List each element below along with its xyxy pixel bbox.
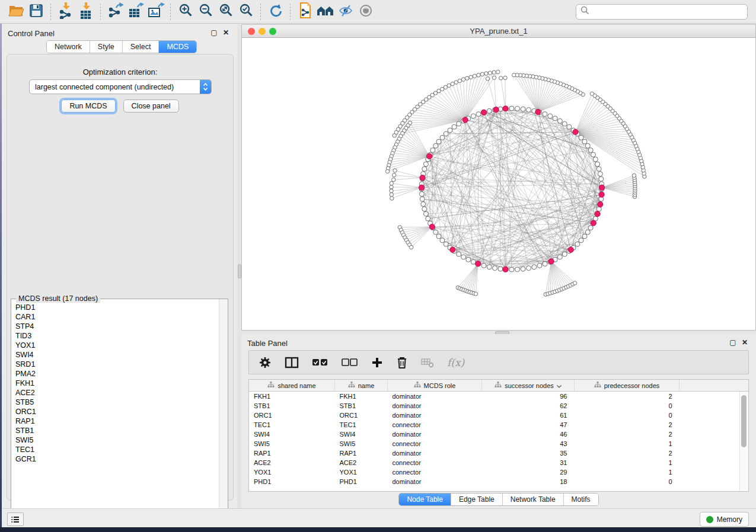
- close-panel-icon[interactable]: ✕: [741, 338, 749, 347]
- mcds-result-item[interactable]: FKH1: [12, 379, 219, 388]
- mcds-result-item[interactable]: RAP1: [12, 416, 219, 426]
- column-header-name[interactable]: name: [335, 380, 388, 392]
- mcds-hub-node[interactable]: [503, 106, 508, 111]
- table-header[interactable]: shared namenameMCDS rolesuccessor nodesp…: [249, 380, 749, 392]
- table-row[interactable]: FKH1FKH1dominator962: [249, 392, 749, 402]
- mcds-result-item[interactable]: PMA2: [12, 369, 219, 379]
- mcds-hub-node[interactable]: [598, 201, 603, 207]
- mcds-hub-node[interactable]: [429, 224, 435, 229]
- mcds-result-item[interactable]: PHD1: [12, 303, 219, 312]
- mcds-hub-node[interactable]: [573, 129, 578, 134]
- mcds-result-item[interactable]: GCR1: [12, 454, 219, 464]
- tab-style[interactable]: Style: [90, 41, 123, 53]
- select-all-icon[interactable]: [312, 358, 328, 367]
- tab-motifs[interactable]: Motifs: [564, 493, 598, 505]
- refresh-view-button[interactable]: [266, 2, 286, 21]
- tab-network[interactable]: Network: [47, 41, 90, 53]
- float-panel-icon[interactable]: ▢: [210, 28, 218, 37]
- zoom-out-button[interactable]: [196, 2, 216, 21]
- table-scrollbar[interactable]: [739, 392, 748, 491]
- network-window-titlebar[interactable]: YPA_prune.txt_1: [242, 25, 755, 38]
- hide-graphics-details-button[interactable]: [336, 2, 356, 21]
- mcds-result-scrollbar[interactable]: [219, 299, 228, 520]
- mcds-hub-node[interactable]: [476, 261, 481, 267]
- mcds-hub-node[interactable]: [420, 175, 425, 181]
- mcds-result-item[interactable]: TID3: [12, 331, 219, 341]
- create-column-plus-icon[interactable]: [371, 357, 383, 368]
- column-header-successor-nodes[interactable]: successor nodes: [482, 380, 575, 392]
- mcds-result-item[interactable]: STB5: [12, 398, 219, 407]
- tab-mcds[interactable]: MCDS: [159, 41, 196, 53]
- zoom-selected-button[interactable]: [236, 2, 256, 21]
- show-log-console-button[interactable]: [7, 512, 24, 526]
- network-canvas[interactable]: [242, 38, 755, 330]
- table-row[interactable]: TEC1TEC1connector472: [249, 420, 749, 430]
- mcds-hub-node[interactable]: [481, 110, 486, 115]
- new-network-from-selection-button[interactable]: [295, 2, 315, 21]
- import-network-button[interactable]: [56, 2, 76, 21]
- show-graphics-details-button[interactable]: [356, 2, 376, 21]
- run-mcds-button[interactable]: Run MCDS: [61, 100, 115, 113]
- column-header-MCDS-role[interactable]: MCDS role: [388, 380, 482, 392]
- table-row[interactable]: ACE2ACE2connector311: [249, 458, 749, 467]
- mcds-result-item[interactable]: TEC1: [12, 445, 219, 454]
- column-header-shared-name[interactable]: shared name: [249, 380, 335, 392]
- open-session-button[interactable]: [6, 2, 26, 21]
- search-box[interactable]: [576, 4, 748, 20]
- float-panel-icon[interactable]: ▢: [729, 338, 737, 347]
- mcds-result-item[interactable]: SWI5: [12, 435, 219, 445]
- mcds-hub-node[interactable]: [599, 192, 604, 197]
- zoom-fit-button[interactable]: [216, 2, 236, 21]
- mcds-result-item[interactable]: SWI4: [12, 350, 219, 360]
- criterion-dropdown[interactable]: largest connected component (undirected): [29, 79, 212, 94]
- search-input[interactable]: [592, 6, 747, 18]
- memory-button[interactable]: Memory: [700, 512, 749, 527]
- mcds-hub-node[interactable]: [535, 109, 541, 114]
- table-row[interactable]: ORC1ORC1dominator610: [249, 411, 749, 420]
- first-neighbors-button[interactable]: [315, 2, 336, 21]
- mcds-hub-node[interactable]: [419, 185, 424, 190]
- mcds-hub-node[interactable]: [503, 267, 508, 272]
- table-row[interactable]: PHD1PHD1dominator180: [249, 477, 749, 486]
- mcds-hub-node[interactable]: [493, 107, 499, 113]
- table-row[interactable]: SWI4SWI4dominator462: [249, 430, 749, 439]
- mcds-result-item[interactable]: SRD1: [12, 360, 219, 369]
- close-panel-icon[interactable]: ✕: [222, 28, 230, 37]
- tab-network-table[interactable]: Network Table: [503, 493, 564, 505]
- mcds-result-item[interactable]: YOX1: [12, 341, 219, 350]
- import-table-button[interactable]: [76, 2, 96, 21]
- mcds-hub-node[interactable]: [595, 211, 600, 216]
- scrollbar-thumb[interactable]: [741, 395, 747, 447]
- zoom-in-button[interactable]: [176, 2, 196, 21]
- column-header-predecessor-nodes[interactable]: predecessor nodes: [575, 380, 680, 392]
- delete-trash-icon[interactable]: [396, 356, 408, 369]
- mcds-hub-node[interactable]: [548, 259, 554, 264]
- tab-node-table[interactable]: Node Table: [399, 493, 451, 505]
- mcds-hub-node[interactable]: [427, 153, 432, 159]
- mcds-result-item[interactable]: ORC1: [12, 407, 219, 416]
- export-table-button[interactable]: [126, 2, 146, 21]
- vertical-splitter[interactable]: [237, 24, 241, 508]
- show-column-panel-icon[interactable]: [285, 357, 299, 368]
- tab-edge-table[interactable]: Edge Table: [451, 493, 503, 505]
- close-panel-button[interactable]: Close panel: [123, 100, 179, 113]
- save-session-button[interactable]: [26, 2, 46, 21]
- table-settings-gear-icon[interactable]: [259, 356, 272, 369]
- table-row[interactable]: YOX1YOX1connector291: [249, 467, 749, 477]
- mcds-hub-node[interactable]: [599, 185, 604, 190]
- mcds-hub-node[interactable]: [462, 117, 468, 123]
- table-row[interactable]: SWI5SWI5connector431: [249, 439, 749, 448]
- tab-select[interactable]: Select: [123, 41, 160, 53]
- mcds-result-item[interactable]: ACE2: [12, 388, 219, 398]
- export-image-button[interactable]: [146, 2, 166, 21]
- mcds-result-item[interactable]: STP4: [12, 322, 219, 331]
- mcds-result-item[interactable]: STB1: [12, 426, 219, 435]
- table-row[interactable]: STB1STB1dominator620: [249, 401, 749, 411]
- export-network-button[interactable]: [106, 2, 126, 21]
- table-row[interactable]: RAP1RAP1dominator352: [249, 448, 749, 458]
- mcds-hub-node[interactable]: [591, 220, 596, 226]
- deselect-all-icon[interactable]: [342, 358, 358, 367]
- mcds-hub-node[interactable]: [568, 247, 573, 252]
- mcds-hub-node[interactable]: [450, 247, 455, 252]
- mcds-result-item[interactable]: CAR1: [12, 312, 219, 322]
